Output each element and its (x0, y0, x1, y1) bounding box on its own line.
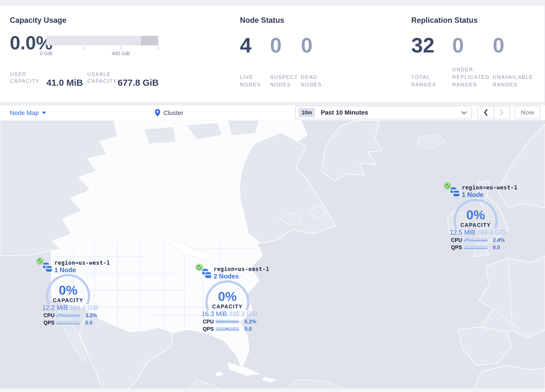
under-replicated-ranges-count: 0 (452, 35, 464, 56)
capacity-gauge-percent: 0% (34, 283, 103, 298)
time-window-dropdown[interactable]: 10m Past 10 Minutes (295, 106, 472, 119)
capacity-usage-bar-segment (141, 36, 158, 45)
qps-value: 0.0 (244, 326, 252, 332)
qps-label: QPS (451, 244, 464, 250)
region-usable-capacity: 169.4 GiB (477, 229, 506, 236)
dead-nodes-label: DEAD NODES (301, 73, 322, 88)
chevron-down-icon (461, 109, 467, 114)
qps-value: 0.0 (493, 244, 500, 250)
breadcrumb[interactable]: Cluster (155, 105, 183, 120)
map-pin-icon (155, 109, 161, 117)
region-node-count: 1 Node (462, 191, 483, 199)
region-used-capacity: 12.5 MiB (450, 229, 475, 236)
region-capacity-values: 12.2 MiB 169.4 GiB (42, 304, 98, 311)
map-toolbar: Node Map Cluster 10m Past 10 Minutes (0, 105, 545, 120)
cpu-value: 5.2% (244, 319, 256, 325)
cpu-metric-row: CPU 5.2% (203, 319, 259, 325)
cpu-metric-row: CPU 2.4% (451, 237, 507, 243)
cpu-value: 2.4% (493, 237, 505, 243)
qps-sparkline (216, 327, 239, 331)
axis-tick (46, 46, 47, 50)
under-replicated-ranges-label: UNDER- REPLICATED RANGES (452, 66, 490, 88)
cpu-sparkline (216, 320, 239, 324)
region-node-count: 2 Nodes (214, 273, 239, 280)
cpu-metric-row: CPU 3.2% (43, 312, 100, 318)
region-label: region=eu-west-1 (462, 184, 517, 191)
cpu-sparkline (56, 314, 80, 317)
dead-nodes-count: 0 (301, 35, 313, 56)
capacity-usage-title: Capacity Usage (10, 16, 67, 25)
capacity-gauge-label: CAPACITY (441, 222, 510, 228)
capacity-gauge-percent: 0% (441, 207, 510, 222)
region-usable-capacity: 338.9 GiB (229, 310, 257, 318)
region-capacity-values: 12.5 MiB 169.4 GiB (450, 229, 506, 236)
region-label: region=us-west-1 (54, 260, 110, 266)
unavailable-ranges-label: UNAVAILABLE RANGES (493, 73, 533, 88)
cluster-summary-panel: Capacity Usage 0.0% 0 GiB 400 GiB USED C… (0, 6, 545, 102)
unavailable-ranges-count: 0 (493, 35, 504, 56)
region-used-capacity: 16.3 MiB (201, 310, 227, 318)
region-marker-us-east-1[interactable]: region=us-east-1 2 Nodes 0% CAPACITY 16.… (194, 263, 263, 336)
region-used-capacity: 12.2 MiB (42, 304, 68, 311)
database-stack-icon (450, 187, 461, 198)
qps-sparkline (56, 321, 80, 324)
region-marker-eu-west-1[interactable]: region=eu-west-1 1 Node 0% CAPACITY 12.5… (443, 181, 512, 254)
axis-tick (83, 46, 84, 50)
axis-tick-label: 400 GiB (104, 51, 137, 56)
total-ranges-count: 32 (411, 35, 434, 56)
time-window-label: Past 10 Minutes (321, 109, 368, 116)
caret-down-icon (42, 112, 46, 114)
live-nodes-label: LIVE NODES (240, 73, 261, 88)
chevron-right-icon (499, 109, 504, 116)
breadcrumb-label: Cluster (163, 109, 183, 117)
previous-time-window-button[interactable] (478, 106, 494, 119)
qps-value: 0.0 (85, 320, 93, 326)
next-time-window-button[interactable] (494, 106, 510, 119)
live-nodes-count: 4 (240, 35, 252, 56)
view-selector-label: Node Map (10, 109, 39, 117)
capacity-gauge-percent: 0% (193, 289, 262, 304)
region-capacity-values: 16.3 MiB 338.9 GiB (201, 310, 257, 318)
axis-tick (158, 46, 158, 50)
qps-metric-row: QPS 0.0 (203, 326, 259, 332)
capacity-gauge-label: CAPACITY (193, 304, 262, 310)
total-ranges-label: TOTAL RANGES (411, 73, 436, 88)
qps-label: QPS (43, 320, 56, 326)
chevron-left-icon (483, 109, 488, 116)
region-node-count: 1 Node (54, 266, 76, 274)
capacity-usage-bar (46, 36, 158, 45)
used-capacity-label: USED CAPACITY (10, 71, 40, 84)
usable-capacity-label: USABLE CAPACITY (87, 71, 117, 84)
cpu-sparkline (464, 238, 487, 242)
qps-metric-row: QPS 0.0 (451, 244, 507, 250)
used-capacity-value: 41.0 MiB (46, 78, 83, 88)
now-button[interactable]: Now (514, 106, 540, 119)
database-stack-icon (201, 268, 212, 279)
usable-capacity-value: 677.8 GiB (118, 78, 159, 88)
cpu-label: CPU (451, 237, 464, 243)
qps-label: QPS (203, 326, 216, 332)
region-label: region=us-east-1 (214, 266, 269, 272)
region-marker-us-west-1[interactable]: region=us-west-1 1 Node 0% CAPACITY 12.2… (35, 256, 104, 330)
cpu-value: 3.2% (85, 312, 97, 318)
qps-metric-row: QPS 0.0 (43, 320, 100, 326)
cpu-label: CPU (43, 312, 56, 318)
cpu-label: CPU (203, 319, 216, 325)
suspect-nodes-label: SUSPECT NODES (270, 73, 298, 88)
time-window-badge: 10m (299, 108, 315, 117)
database-stack-icon (42, 262, 53, 273)
region-usable-capacity: 169.4 GiB (69, 304, 98, 311)
capacity-gauge-label: CAPACITY (34, 297, 103, 303)
node-map-canvas[interactable]: region=us-west-1 1 Node 0% CAPACITY 12.2… (0, 120, 545, 392)
axis-tick-label: 0 GiB (30, 51, 63, 56)
replication-status-title: Replication Status (411, 16, 478, 25)
qps-sparkline (464, 246, 487, 249)
view-selector-dropdown[interactable]: Node Map (10, 105, 46, 120)
suspect-nodes-count: 0 (270, 35, 282, 56)
node-status-title: Node Status (240, 16, 284, 25)
time-window-pager (477, 106, 510, 119)
axis-tick (121, 46, 121, 50)
cluster-overview-page: Capacity Usage 0.0% 0 GiB 400 GiB USED C… (0, 0, 545, 392)
